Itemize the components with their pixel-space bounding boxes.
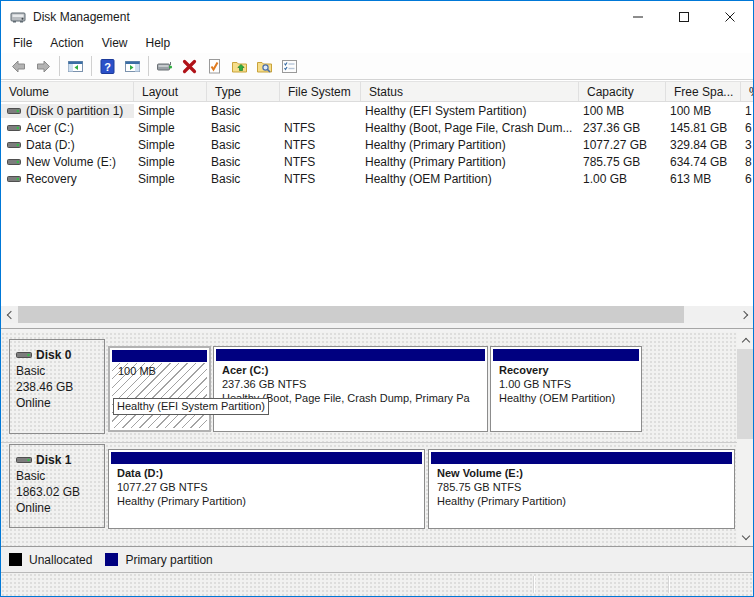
volume-fs: NTFS — [280, 121, 361, 135]
volume-pct: 6 — [741, 121, 753, 135]
partition-new-volume-e[interactable]: New Volume (E:) 785.75 GB NTFS Healthy (… — [428, 449, 735, 529]
partition-size: 1.00 GB NTFS — [499, 377, 639, 391]
disk-name: Disk 1 — [36, 452, 71, 468]
view-options-button[interactable] — [277, 55, 302, 78]
show-action-pane-button[interactable] — [120, 55, 145, 78]
column-header-percent[interactable]: % — [741, 82, 753, 101]
volume-type: Basic — [207, 138, 280, 152]
partition-label: New Volume (E:) — [437, 466, 732, 480]
status-bar-divider — [533, 576, 534, 593]
table-row[interactable]: Acer (C:) Simple Basic NTFS Healthy (Boo… — [1, 119, 753, 136]
horizontal-scrollbar[interactable] — [1, 306, 753, 323]
disk-device-icon — [156, 58, 173, 75]
toolbar-separator — [91, 56, 92, 76]
app-drive-icon — [10, 9, 26, 25]
volume-free: 613 MB — [666, 172, 741, 186]
disk-row-divider — [1, 442, 738, 443]
forward-arrow-icon — [35, 58, 52, 75]
disk-drive-icon — [16, 350, 32, 360]
delete-volume-button[interactable] — [177, 55, 202, 78]
menu-help[interactable]: Help — [137, 33, 180, 53]
toolbar: ? — [1, 53, 753, 80]
column-header-status[interactable]: Status — [361, 82, 579, 101]
show-console-tree-button[interactable] — [63, 55, 88, 78]
volume-capacity: 1.00 GB — [579, 172, 666, 186]
minimize-button[interactable] — [615, 1, 661, 32]
disk-type: Basic — [16, 363, 104, 379]
scroll-left-button[interactable] — [1, 306, 18, 323]
table-row[interactable]: New Volume (E:) Simple Basic NTFS Health… — [1, 153, 753, 170]
scroll-up-button[interactable] — [737, 332, 754, 349]
properties-button[interactable] — [202, 55, 227, 78]
chevron-up-icon — [741, 338, 749, 346]
volume-status: Healthy (Boot, Page File, Crash Dum... — [361, 121, 579, 135]
volume-list-header: Volume Layout Type File System Status Ca… — [1, 81, 753, 102]
partition-recovery[interactable]: Recovery 1.00 GB NTFS Healthy (OEM Parti… — [490, 346, 642, 432]
maximize-button[interactable] — [661, 1, 707, 32]
volume-fs: NTFS — [280, 155, 361, 169]
column-header-layout[interactable]: Layout — [134, 82, 207, 101]
column-header-type[interactable]: Type — [207, 82, 280, 101]
table-row[interactable]: Recovery Simple Basic NTFS Healthy (OEM … — [1, 170, 753, 187]
vertical-scrollbar-thumb[interactable] — [737, 349, 754, 439]
open-folder-button[interactable] — [227, 55, 252, 78]
vertical-scrollbar[interactable] — [737, 332, 754, 546]
column-header-capacity[interactable]: Capacity — [579, 82, 666, 101]
disk1-label-panel[interactable]: Disk 1 Basic 1863.02 GB Online — [9, 444, 105, 528]
rescan-disks-button[interactable] — [152, 55, 177, 78]
disk-status: Online — [16, 500, 104, 516]
scroll-right-button[interactable] — [736, 306, 753, 323]
toolbar-separator — [148, 56, 149, 76]
back-arrow-icon — [10, 58, 27, 75]
volume-pct: 3 — [741, 138, 753, 152]
volume-pct: 6 — [741, 172, 753, 186]
volume-layout: Simple — [134, 172, 207, 186]
maximize-icon — [679, 12, 689, 22]
column-header-volume[interactable]: Volume — [1, 82, 134, 101]
toolbar-separator — [59, 56, 60, 76]
help-button[interactable]: ? — [95, 55, 120, 78]
horizontal-scrollbar-thumb[interactable] — [18, 306, 684, 323]
volume-capacity: 100 MB — [579, 104, 666, 118]
partition-efi[interactable]: 100 MB — [108, 346, 211, 432]
volume-capacity: 785.75 GB — [579, 155, 666, 169]
volume-type: Basic — [207, 172, 280, 186]
close-button[interactable] — [707, 1, 753, 32]
volume-status: Healthy (EFI System Partition) — [361, 104, 579, 118]
properties-check-icon — [206, 58, 223, 75]
volume-capacity: 237.36 GB — [579, 121, 666, 135]
forward-button[interactable] — [31, 55, 56, 78]
explore-folder-button[interactable] — [252, 55, 277, 78]
partition-color-strip — [112, 350, 207, 362]
folder-up-icon — [231, 58, 248, 75]
table-row[interactable]: (Disk 0 partition 1) Simple Basic Health… — [1, 102, 753, 119]
back-button[interactable] — [6, 55, 31, 78]
partition-acer-c[interactable]: Acer (C:) 237.36 GB NTFS Healthy (Boot, … — [213, 346, 488, 432]
partition-color-strip — [216, 349, 485, 361]
volume-drive-icon — [7, 123, 21, 133]
column-header-file-system[interactable]: File System — [280, 82, 361, 101]
volume-drive-icon — [7, 157, 21, 167]
menu-view[interactable]: View — [93, 33, 137, 53]
table-row[interactable]: Data (D:) Simple Basic NTFS Healthy (Pri… — [1, 136, 753, 153]
pane-splitter[interactable] — [1, 323, 753, 332]
menu-file[interactable]: File — [4, 33, 41, 53]
column-header-free-space[interactable]: Free Spa... — [666, 82, 741, 101]
menu-action[interactable]: Action — [41, 33, 92, 53]
disk-drive-icon — [16, 455, 32, 465]
volume-free: 145.81 GB — [666, 121, 741, 135]
unallocated-swatch — [9, 553, 22, 566]
volume-list-pane: Volume Layout Type File System Status Ca… — [1, 81, 753, 323]
disk0-label-panel[interactable]: Disk 0 Basic 238.46 GB Online — [9, 339, 105, 434]
volume-fs: NTFS — [280, 172, 361, 186]
scroll-down-button[interactable] — [737, 529, 754, 546]
partition-size: 1077.27 GB NTFS — [117, 480, 422, 494]
legend-label-primary-partition: Primary partition — [125, 553, 212, 567]
volume-name: Acer (C:) — [26, 121, 74, 135]
volume-status: Healthy (OEM Partition) — [361, 172, 579, 186]
volume-free: 329.84 GB — [666, 138, 741, 152]
partition-data-d[interactable]: Data (D:) 1077.27 GB NTFS Healthy (Prima… — [108, 449, 425, 529]
legend-label-unallocated: Unallocated — [29, 553, 92, 567]
volume-drive-icon — [7, 174, 21, 184]
partition-status: Healthy (OEM Partition) — [499, 391, 639, 405]
